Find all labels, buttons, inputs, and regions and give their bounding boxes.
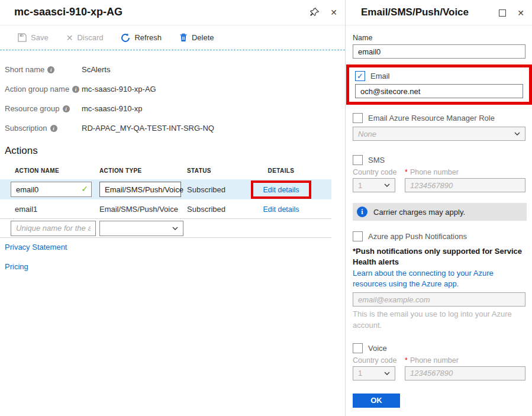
email-input[interactable] — [355, 84, 523, 98]
voice-phone-input[interactable] — [405, 366, 525, 380]
annotation-box: ✓ Email — [346, 65, 532, 105]
annotation-box: Edit details — [251, 180, 311, 199]
sms-phone-input[interactable] — [405, 178, 525, 192]
sms-country-code-label: Country code — [353, 168, 405, 176]
email-sms-push-voice-blade: Email/SMS/Push/Voice ✕ Name ✓ Email Emai… — [346, 0, 532, 416]
push-helper-text: This is the email you use to log into yo… — [353, 309, 518, 331]
push-checkbox-label: Azure app Push Notifications — [368, 232, 467, 241]
status-text: Subscribed — [187, 205, 240, 214]
info-icon: i — [50, 125, 57, 132]
voice-country-code-dropdown[interactable]: 1 — [353, 366, 395, 380]
column-header-action-type: ACTION TYPE — [99, 167, 187, 174]
refresh-icon — [121, 33, 130, 43]
info-banner: i Carrier charges may apply. — [353, 203, 527, 221]
name-input[interactable] — [353, 44, 525, 59]
action-type-text: Email/SMS/Push/Voice — [99, 205, 187, 214]
blade-header: mc-saasci-910-xp-AG ✕ — [0, 0, 345, 25]
azure-portal: mc-saasci-910-xp-AG ✕ Save ✕ Discard — [0, 0, 532, 416]
push-note: *Push notifications only supported for S… — [353, 246, 524, 267]
valid-check-icon: ✓ — [81, 184, 88, 194]
arm-role-checkbox-label: Email Azure Resource Manager Role — [368, 114, 495, 122]
azure-app-learn-link[interactable]: Learn about the connecting to your Azure… — [353, 268, 524, 289]
name-label: Name — [353, 34, 525, 42]
arm-role-dropdown[interactable]: None — [353, 127, 525, 141]
column-header-status: STATUS — [187, 167, 240, 174]
info-banner-text: Carrier charges may apply. — [373, 208, 465, 217]
maximize-icon[interactable] — [497, 8, 508, 18]
voice-checkbox-label: Voice — [368, 344, 387, 353]
chevron-down-icon — [172, 227, 178, 230]
action-group-blade: mc-saasci-910-xp-AG ✕ Save ✕ Discard — [0, 0, 346, 416]
sms-phone-label: Phone number — [410, 168, 459, 176]
required-asterisk: * — [405, 356, 408, 365]
blade-header: Email/SMS/Push/Voice ✕ — [346, 0, 532, 25]
panel-title: Email/SMS/Push/Voice — [361, 7, 469, 18]
info-icon: i — [72, 86, 79, 93]
status-text: Subscribed — [187, 185, 240, 194]
refresh-button[interactable]: Refresh — [121, 33, 162, 43]
voice-checkbox[interactable] — [353, 343, 363, 353]
trash-icon — [179, 33, 188, 42]
command-bar: Save ✕ Discard Refresh Delete — [0, 25, 345, 50]
table-row: email1 Email/SMS/Push/Voice Subscribed E… — [0, 199, 331, 218]
email-checkbox-label: Email — [370, 72, 390, 80]
actions-heading: Actions — [0, 145, 345, 157]
chevron-down-icon — [384, 183, 390, 187]
voice-country-code-label: Country code — [353, 356, 405, 365]
column-header-details: DETAILS — [240, 167, 323, 174]
page-title: mc-saasci-910-xp-AG — [14, 6, 122, 18]
save-icon — [18, 33, 27, 42]
chevron-down-icon — [514, 132, 520, 136]
push-checkbox[interactable] — [353, 231, 363, 241]
checkmark-icon: ✓ — [357, 72, 363, 80]
table-row: ✓ Email/SMS/Push/Voice Subscribed Edit d… — [0, 179, 331, 199]
column-header-action-name: ACTION NAME — [11, 167, 99, 174]
required-asterisk: * — [405, 168, 408, 176]
property-list: Short namei ScAlerts Action group namei … — [0, 60, 345, 138]
close-icon[interactable]: ✕ — [328, 7, 339, 18]
info-icon: i — [47, 66, 54, 73]
sms-country-code-dropdown[interactable]: 1 — [353, 178, 395, 192]
new-action-name-input[interactable] — [11, 221, 96, 236]
edit-details-link[interactable]: Edit details — [263, 205, 299, 214]
action-name-text: email1 — [11, 205, 99, 214]
email-checkbox[interactable]: ✓ — [355, 71, 365, 81]
property-subscription: Subscriptioni RD-APAC_MY-QA-TEST-INT-SRG… — [5, 118, 345, 138]
chevron-down-icon — [384, 372, 390, 375]
sms-checkbox[interactable] — [353, 155, 363, 165]
action-type-dropdown[interactable]: Email/SMS/Push/Voice — [99, 182, 181, 197]
arm-role-checkbox[interactable] — [353, 113, 363, 123]
privacy-statement-link[interactable]: Privacy Statement — [5, 243, 345, 251]
table-header-row: ACTION NAME ACTION TYPE STATUS DETAILS — [0, 162, 331, 179]
new-action-type-dropdown[interactable] — [99, 221, 183, 236]
property-action-group-name: Action group namei mc-saasci-910-xp-AG — [5, 79, 345, 99]
property-resource-group: Resource groupi mc-saasci-910-xp — [5, 99, 345, 118]
action-name-input[interactable] — [11, 182, 92, 197]
property-short-name: Short namei ScAlerts — [5, 60, 345, 79]
info-icon: i — [63, 105, 70, 112]
actions-table: ACTION NAME ACTION TYPE STATUS DETAILS ✓… — [0, 162, 331, 238]
save-button[interactable]: Save — [18, 33, 49, 42]
voice-phone-label: Phone number — [410, 356, 459, 365]
ok-button[interactable]: OK — [353, 394, 400, 408]
push-email-input[interactable] — [353, 292, 525, 307]
delete-button[interactable]: Delete — [179, 33, 214, 42]
pricing-link[interactable]: Pricing — [5, 262, 345, 271]
close-icon[interactable]: ✕ — [515, 8, 526, 18]
pin-icon[interactable] — [309, 7, 320, 18]
sms-checkbox-label: SMS — [368, 156, 385, 165]
edit-details-link[interactable]: Edit details — [263, 186, 299, 194]
table-row-new — [0, 218, 331, 238]
discard-button[interactable]: ✕ Discard — [66, 33, 104, 43]
info-icon: i — [357, 207, 367, 217]
discard-icon: ✕ — [66, 33, 73, 43]
